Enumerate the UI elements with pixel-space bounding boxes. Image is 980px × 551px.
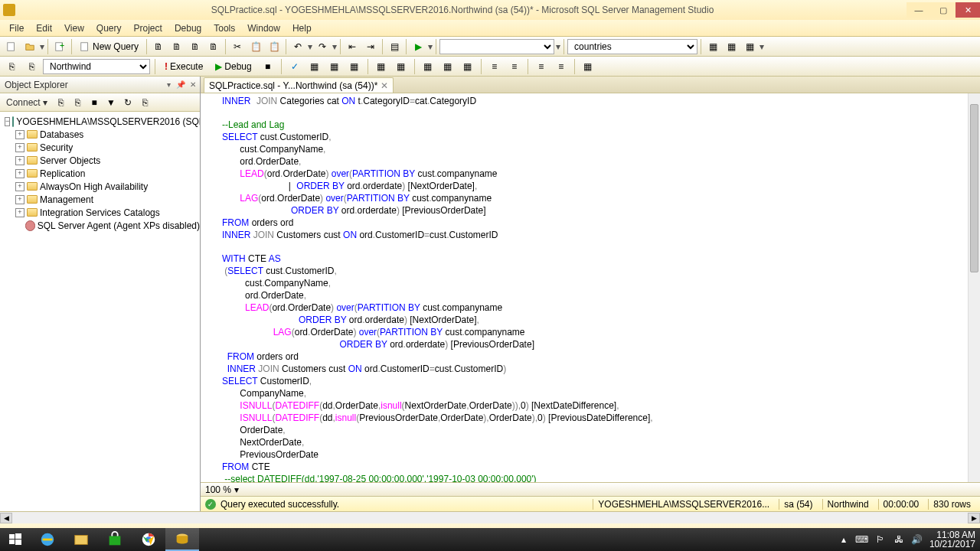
tray-clock[interactable]: 11:08 AM 10/21/2017 xyxy=(929,530,975,549)
expand-icon[interactable]: + xyxy=(15,182,24,191)
oe-dropdown-icon[interactable]: ▾ xyxy=(163,80,174,90)
object-explorer-tree[interactable]: − YOGESHMEHLA\MSSQLSERVER2016 (SQL +Data… xyxy=(0,112,200,511)
menu-query[interactable]: Query xyxy=(90,21,128,35)
taskbar-store[interactable] xyxy=(98,528,132,551)
expand-icon[interactable]: + xyxy=(15,195,24,204)
scroll-left-icon[interactable]: ◀ xyxy=(0,513,12,523)
editor-tab[interactable]: SQLPractice.sql - Y...Northwind (sa (54)… xyxy=(204,77,394,93)
debug-button[interactable]: ▶Debug xyxy=(211,60,256,73)
new-project-icon[interactable] xyxy=(3,38,20,55)
tb-end-1[interactable]: ▦ xyxy=(704,38,721,55)
oe-tb-6[interactable]: ⎘ xyxy=(138,96,152,109)
solution-combo[interactable] xyxy=(439,39,554,54)
props-icon[interactable]: ▤ xyxy=(386,38,403,55)
q-icon-6[interactable]: ▦ xyxy=(420,58,436,75)
q-icon-8[interactable]: ▦ xyxy=(459,58,476,75)
menu-help[interactable]: Help xyxy=(286,21,318,35)
tree-databases[interactable]: +Databases xyxy=(0,128,200,141)
tray-keyboard-icon[interactable]: ⌨ xyxy=(856,533,868,546)
undo-icon[interactable]: ↶ xyxy=(289,38,306,55)
tray-volume-icon[interactable]: 🔊 xyxy=(911,533,923,546)
cut-icon[interactable]: ✂ xyxy=(229,38,246,55)
expand-icon[interactable]: + xyxy=(15,156,24,165)
horizontal-scrollbar[interactable]: ◀ ▶ xyxy=(0,511,980,523)
oe-tb-2[interactable]: ⎘ xyxy=(70,96,84,109)
tab-close-icon[interactable]: ✕ xyxy=(381,80,388,91)
taskbar-explorer[interactable] xyxy=(64,528,98,551)
tb-end-2[interactable]: ▦ xyxy=(723,38,740,55)
minimize-button[interactable]: — xyxy=(906,2,931,18)
q-icon-5[interactable]: ▦ xyxy=(393,58,410,75)
paste-icon[interactable]: 📋 xyxy=(266,38,283,55)
database-select[interactable]: Northwind xyxy=(43,59,150,74)
play-icon[interactable]: ▶ xyxy=(410,38,426,55)
menu-tools[interactable]: Tools xyxy=(207,21,241,35)
db-icon-2[interactable]: ⎘ xyxy=(23,58,40,75)
connect-button[interactable]: Connect ▾ xyxy=(3,96,51,109)
nav-icon-1[interactable]: ⇤ xyxy=(344,38,361,55)
menu-window[interactable]: Window xyxy=(241,21,286,35)
tree-integration[interactable]: +Integration Services Catalogs xyxy=(0,206,200,219)
collapse-icon[interactable]: − xyxy=(5,117,10,126)
copy-icon[interactable]: 📋 xyxy=(247,38,264,55)
taskbar-chrome[interactable] xyxy=(132,528,165,551)
add-icon[interactable]: + xyxy=(51,38,68,55)
tray-action-icon[interactable]: 🏳 xyxy=(874,533,887,546)
parse-icon[interactable]: ✓ xyxy=(286,58,303,75)
tb-icon-2[interactable]: 🗎 xyxy=(168,38,185,55)
oe-tb-4[interactable]: ▼ xyxy=(104,96,118,109)
scroll-right-icon[interactable]: ▶ xyxy=(968,513,980,523)
indent-icon[interactable]: ≡ xyxy=(486,58,503,75)
tray-network-icon[interactable]: 🖧 xyxy=(893,533,905,546)
comment-icon[interactable]: ≡ xyxy=(533,58,550,75)
tree-alwayson[interactable]: +AlwaysOn High Availability xyxy=(0,180,200,193)
menu-project[interactable]: Project xyxy=(128,21,168,35)
tree-server-objects[interactable]: +Server Objects xyxy=(0,154,200,167)
tb-icon-3[interactable]: 🗎 xyxy=(187,38,204,55)
q-icon-end[interactable]: ▦ xyxy=(580,58,596,75)
tb-icon-1[interactable]: 🗎 xyxy=(150,38,167,55)
tree-replication[interactable]: +Replication xyxy=(0,167,200,180)
tb-icon-4[interactable]: 🗎 xyxy=(205,38,222,55)
stop-icon[interactable]: ■ xyxy=(260,58,276,75)
redo-icon[interactable]: ↷ xyxy=(314,38,331,55)
q-icon-3[interactable]: ▦ xyxy=(346,58,363,75)
execute-button[interactable]: !Execute xyxy=(160,60,207,73)
uncomment-icon[interactable]: ≡ xyxy=(553,58,570,75)
menu-edit[interactable]: Edit xyxy=(30,21,58,35)
countries-combo[interactable]: countries xyxy=(567,39,697,54)
tray-up-icon[interactable]: ▴ xyxy=(838,533,850,546)
oe-pin-icon[interactable]: 📌 xyxy=(175,80,186,90)
maximize-button[interactable]: ▢ xyxy=(931,2,956,18)
menu-view[interactable]: View xyxy=(58,21,90,35)
tb-end-3[interactable]: ▦ xyxy=(741,38,758,55)
expand-icon[interactable]: + xyxy=(15,143,24,152)
q-icon-4[interactable]: ▦ xyxy=(373,58,390,75)
taskbar-ssms[interactable] xyxy=(165,528,199,551)
taskbar-ie[interactable] xyxy=(31,528,64,551)
tree-management[interactable]: +Management xyxy=(0,193,200,206)
tree-sql-agent[interactable]: SQL Server Agent (Agent XPs disabled) xyxy=(0,219,200,232)
tree-security[interactable]: +Security xyxy=(0,141,200,154)
code-editor[interactable]: INNER JOIN Categories cat ON t.CategoryI… xyxy=(201,93,980,482)
close-button[interactable]: ✕ xyxy=(956,2,980,18)
zoom-dropdown-icon[interactable]: ▾ xyxy=(234,484,239,495)
q-icon-7[interactable]: ▦ xyxy=(439,58,456,75)
oe-tb-3[interactable]: ■ xyxy=(87,96,101,109)
q-icon-1[interactable]: ▦ xyxy=(306,58,323,75)
expand-icon[interactable]: + xyxy=(15,130,24,139)
expand-icon[interactable]: + xyxy=(15,208,24,217)
new-query-button[interactable]: New Query xyxy=(75,40,143,54)
outdent-icon[interactable]: ≡ xyxy=(506,58,523,75)
editor-vertical-scrollbar[interactable] xyxy=(968,93,980,482)
open-icon[interactable] xyxy=(21,38,38,55)
q-icon-2[interactable]: ▦ xyxy=(326,58,343,75)
oe-tb-1[interactable]: ⎘ xyxy=(54,96,67,109)
start-button[interactable] xyxy=(0,528,31,551)
menu-file[interactable]: File xyxy=(3,21,30,35)
db-icon-1[interactable]: ⎘ xyxy=(3,58,20,75)
oe-close-icon[interactable]: ✕ xyxy=(188,80,198,90)
nav-icon-2[interactable]: ⇥ xyxy=(362,38,379,55)
oe-tb-5[interactable]: ↻ xyxy=(121,96,135,109)
tree-server-root[interactable]: − YOGESHMEHLA\MSSQLSERVER2016 (SQL xyxy=(0,115,200,128)
